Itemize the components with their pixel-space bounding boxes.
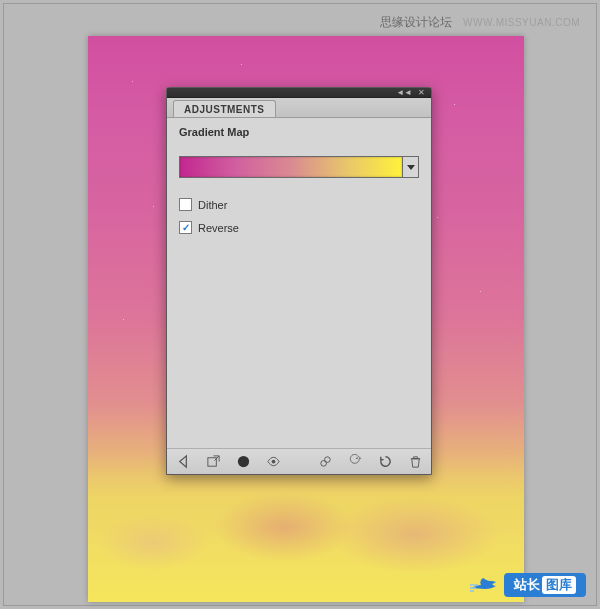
adjustments-panel: ◄◄ ✕ ADJUSTMENTS Gradient Map Dither ✓ [166,87,432,475]
reverse-checkbox[interactable]: ✓ [179,221,192,234]
gradient-dropdown[interactable] [403,156,419,178]
panel-titlebar[interactable]: ◄◄ ✕ [167,88,431,98]
reverse-label: Reverse [198,222,239,234]
dither-label: Dither [198,199,227,211]
bottom-badge: 站长 图库 [470,573,586,597]
svg-rect-0 [207,458,215,466]
app-frame: 思缘设计论坛 WWW.MISSYUAN.COM ◄◄ ✕ ADJUSTMENTS [3,3,597,606]
reset-icon[interactable] [347,454,363,470]
reverse-row: ✓ Reverse [179,221,419,234]
svg-point-4 [324,457,330,463]
expand-icon[interactable] [205,454,221,470]
trash-icon[interactable] [407,454,423,470]
reset-circle-icon[interactable] [377,454,393,470]
svg-point-2 [271,460,275,464]
dither-checkbox[interactable] [179,198,192,211]
clip-icon[interactable] [317,454,333,470]
dither-row: Dither [179,198,419,211]
panel-tabs: ADJUSTMENTS [167,98,431,118]
circle-mask-icon[interactable] [235,454,251,470]
adjustment-title: Gradient Map [179,126,419,138]
tab-adjustments[interactable]: ADJUSTMENTS [173,100,276,117]
badge-pill: 站长 图库 [504,573,586,597]
gradient-swatch[interactable] [179,156,403,178]
gradient-picker [179,156,419,178]
panel-footer [167,448,431,474]
svg-point-1 [237,456,248,467]
eye-icon[interactable] [265,454,281,470]
badge-text2: 图库 [542,576,576,594]
collapse-icon[interactable]: ◄◄ [396,89,412,97]
watermark-text: 思缘设计论坛 [380,15,452,29]
badge-text1: 站长 [514,576,540,594]
panel-body: Gradient Map Dither ✓ Reverse [167,118,431,448]
back-arrow-icon[interactable] [175,454,191,470]
watermark-url: WWW.MISSYUAN.COM [463,17,580,28]
close-icon[interactable]: ✕ [418,89,425,97]
watermark-top: 思缘设计论坛 WWW.MISSYUAN.COM [380,14,580,31]
bird-icon [470,576,498,594]
